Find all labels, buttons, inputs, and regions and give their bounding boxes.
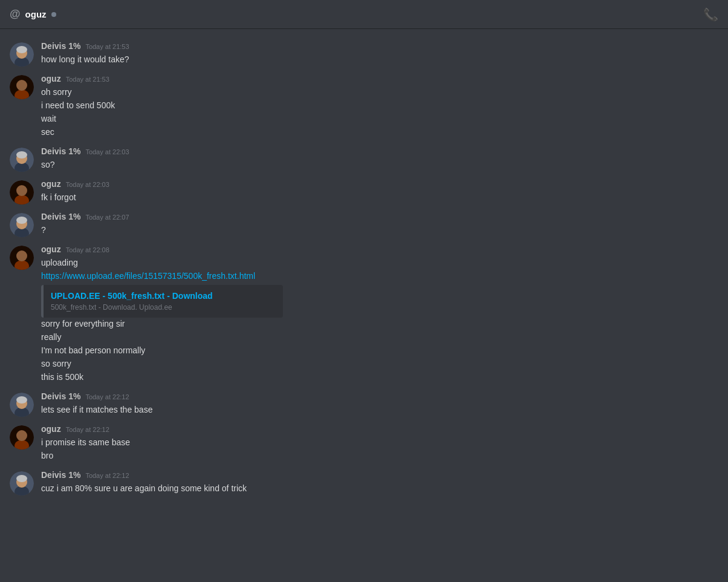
message-line: sec [41,126,718,139]
message-group: oguzToday at 22:03fk i forgot [0,177,728,207]
username: Deivis 1% [41,41,80,51]
at-icon: @ [10,8,21,21]
avatar [10,393,34,417]
message-link-line: https://www.upload.ee/files/15157315/500… [41,270,718,283]
username: Deivis 1% [41,391,80,401]
avatar [10,425,34,450]
message-content: Deivis 1%Today at 21:53how long it would… [41,41,718,67]
message-content: Deivis 1%Today at 22:03so? [41,146,718,172]
message-line: i need to send 500k [41,99,718,112]
message-line: oh sorry [41,86,718,99]
message-group: Deivis 1%Today at 21:53how long it would… [0,39,728,69]
message-line: bro [41,450,718,462]
message-header: oguzToday at 22:12 [41,424,718,434]
embed-title[interactable]: UPLOAD.EE - 500k_fresh.txt - Download [51,291,276,301]
avatar-deivis [10,42,34,67]
avatar-deivis [10,471,34,495]
username: Deivis 1% [41,146,80,156]
message-header: Deivis 1%Today at 22:12 [41,470,718,480]
message-group: oguzToday at 21:53oh sorryi need to send… [0,71,728,142]
top-bar: @ oguz 📞 [0,0,728,29]
avatar [10,75,34,99]
message-line: how long it would take? [41,53,718,66]
message-line: lets see if it matches the base [41,404,718,416]
message-header: oguzToday at 21:53 [41,74,718,83]
message-line: so? [41,159,718,171]
message-content: Deivis 1%Today at 22:12lets see if it ma… [41,391,718,417]
message-line: ? [41,224,718,237]
message-content: oguzToday at 22:12i promise its same bas… [41,424,718,463]
username: Deivis 1% [41,470,80,480]
message-header: Deivis 1%Today at 22:07 [41,212,718,221]
channel-name: oguz [25,9,47,19]
username: Deivis 1% [41,212,80,221]
message-header: oguzToday at 22:03 [41,179,718,189]
username: oguz [41,74,61,83]
message-content: oguzToday at 22:08uploadinghttps://www.u… [41,244,718,384]
avatar [10,42,34,67]
message-group: Deivis 1%Today at 22:03so? [0,144,728,174]
svg-point-24 [16,396,27,404]
avatar [10,246,34,270]
timestamp: Today at 22:08 [66,246,109,253]
username: oguz [41,179,61,189]
timestamp: Today at 22:03 [66,181,109,188]
svg-point-27 [16,430,27,441]
timestamp: Today at 22:07 [85,214,129,221]
message-line: so sorry [41,358,718,370]
message-header: Deivis 1%Today at 22:12 [41,391,718,401]
call-icon[interactable]: 📞 [703,7,718,22]
link-embed: UPLOAD.EE - 500k_fresh.txt - Download500… [41,285,283,318]
avatar [10,213,34,237]
timestamp: Today at 22:12 [85,472,129,479]
message-group: oguzToday at 22:08uploadinghttps://www.u… [0,242,728,387]
timestamp: Today at 22:03 [85,148,129,155]
avatar-deivis [10,393,34,417]
message-line: fk i forgot [41,191,718,204]
avatar-deivis [10,148,34,172]
message-content: Deivis 1%Today at 22:07? [41,212,718,237]
status-dot [51,12,56,17]
timestamp: Today at 21:53 [66,76,109,83]
channel-header: @ oguz [10,8,56,21]
avatar-oguz [10,425,34,450]
svg-point-10 [16,151,27,159]
avatar-oguz [10,246,34,270]
username: oguz [41,424,61,434]
message-group: Deivis 1%Today at 22:12lets see if it ma… [0,389,728,419]
timestamp: Today at 21:53 [85,43,129,50]
message-line: I'm not bad person normally [41,344,718,357]
avatar [10,148,34,172]
username: oguz [41,244,61,254]
svg-point-17 [16,217,27,224]
svg-point-3 [16,46,27,53]
top-bar-actions: 📞 [703,7,718,22]
message-header: oguzToday at 22:08 [41,244,718,254]
message-content: oguzToday at 22:03fk i forgot [41,179,718,204]
message-line: uploading [41,257,718,269]
message-content: oguzToday at 21:53oh sorryi need to send… [41,74,718,139]
message-group: Deivis 1%Today at 22:07? [0,209,728,240]
timestamp: Today at 22:12 [66,426,109,433]
embed-description: 500k_fresh.txt - Download. Upload.ee [51,303,276,312]
message-header: Deivis 1%Today at 21:53 [41,41,718,51]
avatar [10,471,34,495]
message-line: i promise its same base [41,436,718,449]
svg-point-13 [16,185,27,196]
message-header: Deivis 1%Today at 22:03 [41,146,718,156]
avatar [10,180,34,204]
message-line: cuz i am 80% sure u are again doing some… [41,482,718,495]
avatar-oguz [10,75,34,99]
timestamp: Today at 22:12 [85,393,129,401]
message-line: wait [41,113,718,125]
message-line: this is 500k [41,371,718,384]
link[interactable]: https://www.upload.ee/files/15157315/500… [41,271,255,281]
message-content: Deivis 1%Today at 22:12cuz i am 80% sure… [41,470,718,495]
avatar-deivis [10,213,34,237]
message-line: really [41,331,718,344]
message-group: oguzToday at 22:12i promise its same bas… [0,422,728,465]
svg-point-31 [16,475,27,482]
avatar-oguz [10,180,34,204]
chat-area: Deivis 1%Today at 21:53how long it would… [0,29,728,582]
svg-point-6 [16,80,27,91]
